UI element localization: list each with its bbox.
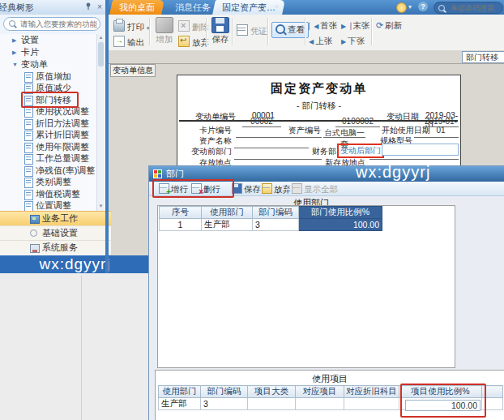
cell-project-class[interactable] (248, 398, 296, 410)
watermark-text: wx:dgyyrj (356, 165, 485, 180)
discard-icon (262, 183, 272, 194)
scrollbar-thumb[interactable] (98, 42, 104, 66)
document-icon (24, 131, 33, 141)
dialog-save-button[interactable]: 保存 (232, 183, 261, 195)
first-record-icon: ▏◀ (309, 23, 318, 30)
scroll-down-icon[interactable]: ▼ (97, 203, 105, 210)
tree-node-change-docs[interactable]: ▼ 变动单 (0, 59, 96, 70)
project-table-caption: 使用项目 (277, 373, 382, 385)
toolbar-separator (232, 18, 233, 45)
toolbar-separator (267, 18, 269, 45)
col-project-class[interactable]: 项目大类 (248, 386, 296, 398)
col-use-dept[interactable]: 使用部门 (159, 386, 201, 398)
col-dept-code[interactable]: 部门编码 (253, 207, 299, 219)
tree-item-work-total-adjust[interactable]: 工作总量调整 (0, 153, 96, 164)
close-icon[interactable]: × (95, 2, 105, 12)
discard-button[interactable]: 放弃 (178, 36, 209, 49)
tab-my-desktop[interactable]: 我的桌面 (109, 0, 164, 15)
cell-depreciation-account[interactable] (344, 398, 399, 410)
tree-item-useful-life-adjust[interactable]: 使用年限调整 (0, 142, 96, 152)
user-status-icon[interactable] (396, 2, 407, 13)
tree-node-settings[interactable]: ▶ 设置 (0, 35, 96, 45)
sidebar-search-input[interactable] (19, 19, 99, 29)
location-blank[interactable] (234, 149, 322, 160)
doc-info-tab[interactable]: 变动单信息 (110, 64, 156, 77)
export-button[interactable]: 输出 (113, 36, 144, 49)
show-all-button[interactable]: 显示全部 (292, 183, 338, 195)
app-window: 经典树形 × ▶ 设置 ▶ 卡片 ▼ 变动单 (0, 0, 504, 420)
tree-item-category-adjust[interactable]: 类别调整 (0, 177, 96, 187)
divider-line (179, 120, 458, 122)
tree-item-residual-value-adjust[interactable]: 净残值(率)调整 (0, 165, 96, 176)
sidebar-title: 经典树形 (0, 0, 55, 15)
asset-name-value[interactable]: 台式电脑一套 (323, 127, 365, 138)
tree-item-location-adjust[interactable]: 位置调整 (0, 200, 96, 211)
document-icon (24, 72, 33, 83)
last-record-button[interactable]: ▶▕末张 (341, 20, 369, 32)
col-seq[interactable]: 序号 (160, 207, 202, 219)
document-icon (24, 154, 33, 165)
before-dept-blank[interactable] (234, 138, 309, 148)
model-blank[interactable] (414, 127, 459, 138)
col-dept-use-percent[interactable]: 部门使用比例% (299, 207, 382, 219)
col-depreciation-account[interactable]: 对应折旧科目 (344, 386, 399, 398)
add-button[interactable]: 增加 (152, 17, 177, 45)
pin-icon[interactable] (83, 2, 93, 12)
view-button[interactable]: 查看 (271, 22, 309, 38)
cell-dept-use-percent[interactable]: 100.00 (299, 219, 382, 231)
col-related-project[interactable]: 对应项目 (296, 386, 344, 398)
cell-use-dept[interactable]: 生产部 (202, 219, 253, 231)
card-no-value[interactable]: 00002 (242, 117, 281, 127)
cell-use-dept[interactable]: 生产部 (159, 398, 201, 410)
computer-icon (30, 244, 40, 253)
help-icon[interactable]: ? (418, 2, 428, 11)
col-dept-code[interactable]: 部门编码 (201, 386, 248, 398)
asset-name-blank[interactable] (236, 127, 322, 138)
sidebar-nav-basic-settings[interactable]: 基础设置 (0, 225, 111, 240)
dialog-discard-button[interactable]: 放弃 (262, 183, 291, 195)
sidebar-search-row (0, 15, 105, 34)
change-type-dropdown[interactable]: 部门转移 (462, 51, 504, 63)
scroll-up-icon[interactable]: ▲ (97, 34, 105, 41)
start-date-value[interactable]: 2019-01-01 (423, 117, 459, 127)
caret-down-icon[interactable]: ▾ (408, 3, 412, 11)
sidebar-nav-business-work[interactable]: 业务工作 (0, 211, 111, 225)
annotation-box-row-buttons (152, 179, 234, 198)
new-location-blank[interactable] (369, 149, 459, 160)
tab-message-tasks[interactable]: 消息任务 (167, 0, 219, 15)
cell-seq[interactable]: 1 (160, 219, 202, 231)
sidebar-search-box[interactable] (3, 17, 100, 31)
watermark-bar: wx:dgyyrj (0, 255, 150, 273)
first-record-button[interactable]: ▏◀首张 (309, 20, 337, 32)
refresh-button[interactable]: ⟳刷新 (376, 20, 402, 32)
sidebar-tree: ▶ 设置 ▶ 卡片 ▼ 变动单 原值增加 原值减少 部门转移 使用状况调整 折旧… (0, 34, 96, 211)
tree-item-vat-adjust[interactable]: 增值税调整 (0, 189, 96, 199)
prev-record-button[interactable]: ◀上张 (309, 36, 332, 47)
department-dialog: 部门 wx:dgyyrj 增行 删行 保存 放弃 显示全部 使用部门 序号 使用… (148, 165, 504, 420)
tab-close-icon[interactable]: × (272, 2, 281, 11)
tree-item-depreciation-method-adjust[interactable]: 折旧方法调整 (0, 118, 96, 129)
next-record-button[interactable]: ▶下张 (341, 36, 365, 47)
tree-item-accumulated-depreciation-adjust[interactable]: 累计折旧调整 (0, 130, 96, 140)
dept-table-row: 1 生产部 3 100.00 (160, 219, 382, 231)
tree-item-original-value-increase[interactable]: 原值增加 (0, 71, 96, 82)
cell-dept-code[interactable]: 3 (253, 219, 299, 231)
printer-icon (113, 20, 125, 32)
cell-related-project[interactable] (296, 398, 344, 410)
toolbar-separator (149, 18, 151, 45)
toolbar-separator (305, 18, 306, 45)
barcode-search-input[interactable] (449, 3, 501, 13)
sidebar-nav-system-service[interactable]: 系统服务 (0, 240, 111, 255)
cell-dept-code[interactable]: 3 (201, 398, 248, 410)
voucher-button[interactable]: 凭证 (237, 24, 267, 37)
print-button[interactable]: 打印 ▾ (113, 20, 149, 33)
asset-no-value[interactable]: 0100002 (335, 117, 380, 127)
view-icon (275, 24, 285, 34)
search-icon (9, 20, 15, 27)
save-button[interactable]: 保存 (207, 17, 233, 45)
tree-node-cards[interactable]: ▶ 卡片 (0, 47, 96, 58)
delete-button[interactable]: 删除 (178, 20, 209, 33)
sidebar-scrollbar[interactable]: ▲ ▼ (96, 34, 105, 211)
col-use-dept[interactable]: 使用部门 (202, 207, 253, 219)
barcode-search-box[interactable] (434, 2, 503, 14)
